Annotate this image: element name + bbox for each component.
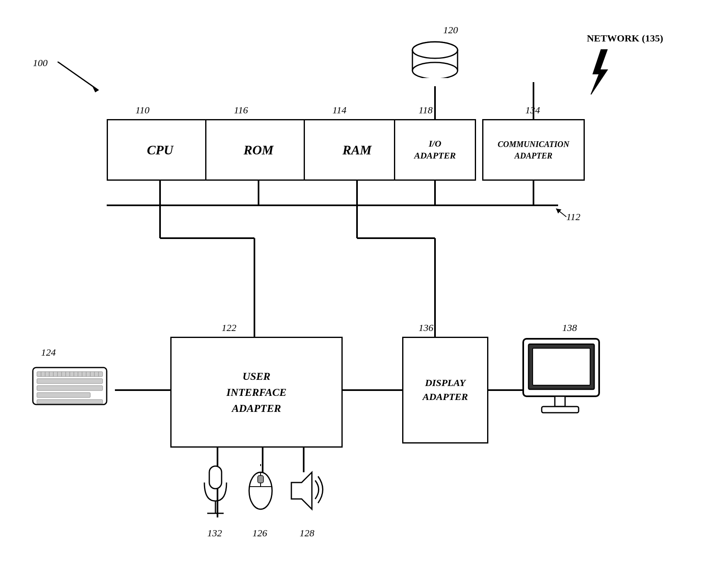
- comm-adapter-box: COMMUNICATIONADAPTER: [482, 119, 585, 181]
- mouse-icon: [246, 464, 275, 513]
- rom-box: ROM: [205, 119, 312, 181]
- svg-marker-25: [556, 209, 561, 214]
- svg-rect-35: [37, 386, 103, 391]
- ref-122: 122: [222, 322, 236, 333]
- ref-110: 110: [135, 105, 149, 116]
- diagram: 100 CPU 110 ROM 116 RAM 114 I/OADAPTER 1…: [0, 0, 728, 586]
- ref-134: 134: [525, 105, 540, 116]
- speaker-svg: [287, 468, 328, 517]
- io-adapter-box: I/OADAPTER: [394, 119, 476, 181]
- monitor-svg: [521, 337, 603, 419]
- svg-rect-55: [533, 348, 590, 385]
- microphone-icon: [201, 464, 230, 522]
- svg-rect-34: [37, 379, 103, 384]
- svg-rect-36: [37, 393, 90, 398]
- svg-rect-37: [37, 400, 103, 404]
- keyboard-icon: [31, 361, 105, 407]
- connection-lines: [0, 0, 728, 586]
- arrow-100: [57, 62, 107, 94]
- arrow-112: [554, 201, 575, 218]
- svg-rect-57: [542, 407, 579, 413]
- ref-136: 136: [419, 322, 433, 333]
- ref-124: 124: [41, 347, 56, 358]
- ref-118: 118: [419, 105, 433, 116]
- svg-rect-58: [209, 466, 222, 489]
- svg-rect-56: [555, 396, 565, 407]
- network-lightning: [587, 47, 611, 97]
- user-interface-adapter-box: USERINTERFACEADAPTER: [170, 337, 343, 448]
- ref-116: 116: [234, 105, 248, 116]
- mouse-svg: [246, 464, 275, 517]
- network-label: NETWORK (135): [587, 33, 663, 44]
- ref-126: 126: [252, 528, 267, 539]
- svg-point-31: [412, 42, 458, 58]
- monitor-icon: [521, 337, 595, 402]
- svg-marker-65: [291, 472, 312, 509]
- svg-line-22: [57, 62, 98, 90]
- ref-114: 114: [332, 105, 346, 116]
- ref-100: 100: [33, 57, 48, 69]
- ref-132: 132: [207, 528, 222, 539]
- ref-138: 138: [562, 322, 577, 333]
- display-adapter-box: DISPLAYADAPTER: [402, 337, 488, 444]
- speaker-icon: [287, 468, 324, 509]
- ref-128: 128: [300, 528, 314, 539]
- disk-svg: [410, 41, 460, 78]
- svg-rect-64: [258, 476, 263, 483]
- microphone-svg: [201, 464, 230, 526]
- keyboard-svg: [31, 361, 109, 411]
- disk-icon: [410, 41, 460, 74]
- svg-point-30: [412, 62, 458, 78]
- ref-120: 120: [443, 25, 458, 36]
- cpu-box: CPU: [107, 119, 213, 181]
